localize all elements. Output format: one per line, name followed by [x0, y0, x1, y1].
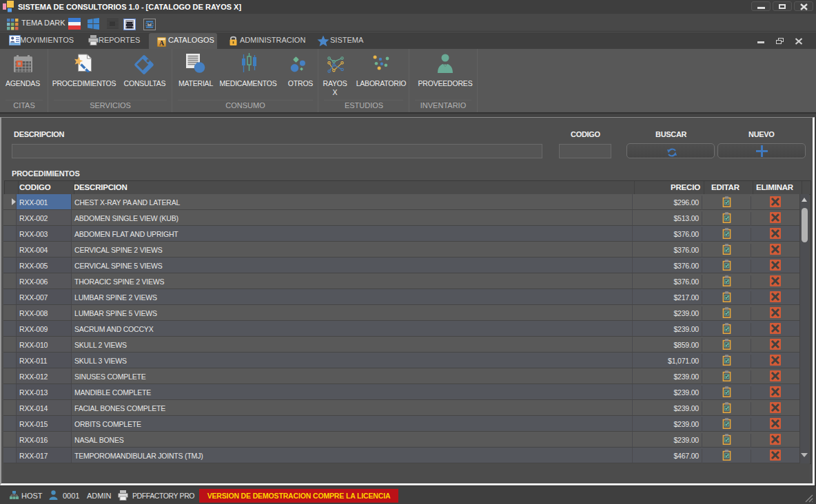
svg-text:A: A [159, 39, 165, 47]
